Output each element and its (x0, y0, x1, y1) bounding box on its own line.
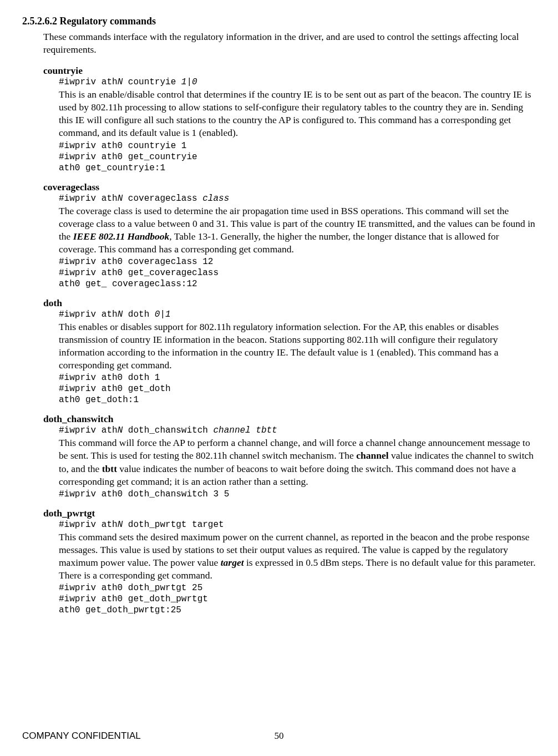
desc-bold: channel (356, 450, 388, 461)
desc-bold: tbtt (102, 463, 117, 474)
command-name: doth (43, 297, 536, 309)
syntax-text: coverageclass (123, 194, 202, 204)
syntax-text: doth_chanswitch (123, 425, 213, 435)
command-syntax: #iwpriv athN doth_pwrtgt target (59, 519, 536, 530)
command-doth-chanswitch: doth_chanswitch #iwpriv athN doth_chansw… (43, 413, 536, 499)
command-description: The coverage class is used to determine … (59, 205, 536, 256)
command-syntax: #iwpriv athN doth 0|1 (59, 309, 536, 320)
syntax-var-n: N (118, 520, 123, 530)
syntax-text: doth_pwrtgt target (123, 520, 224, 530)
syntax-text: #iwpriv ath (59, 309, 118, 319)
command-example: #iwpriv ath0 coverageclass 12 #iwpriv at… (59, 256, 536, 290)
command-body: #iwpriv athN countryie 1|0 This is an en… (59, 77, 536, 173)
command-coverageclass: coverageclass #iwpriv athN coverageclass… (43, 181, 536, 290)
footer-page-number: 50 (0, 730, 558, 742)
desc-emphasis: target (221, 557, 244, 568)
syntax-args: 0|1 (155, 309, 171, 319)
command-example: #iwpriv ath0 doth 1 #iwpriv ath0 get_dot… (59, 372, 536, 405)
section-intro: These commands interface with the regula… (43, 31, 536, 56)
command-description: This command sets the desired maximum po… (59, 531, 536, 582)
command-body: #iwpriv athN doth_pwrtgt target This com… (59, 519, 536, 616)
command-example: #iwpriv ath0 doth_pwrtgt 25 #iwpriv ath0… (59, 582, 536, 616)
syntax-text: countryie (123, 77, 181, 87)
command-syntax: #iwpriv athN countryie 1|0 (59, 77, 536, 88)
command-body: #iwpriv athN coverageclass class The cov… (59, 193, 536, 290)
syntax-text: #iwpriv ath (59, 520, 118, 530)
syntax-text: doth (123, 309, 155, 319)
syntax-var-n: N (118, 77, 123, 87)
command-doth: doth #iwpriv athN doth 0|1 This enables … (43, 297, 536, 405)
command-description: This enables or disables support for 802… (59, 321, 536, 372)
command-body: #iwpriv athN doth_chanswitch channel tbt… (59, 425, 536, 499)
syntax-args: class (202, 194, 229, 204)
desc-text: value indicates the number of beacons to… (59, 463, 516, 487)
syntax-var-n: N (118, 425, 123, 435)
syntax-var-n: N (118, 194, 123, 204)
command-example: #iwpriv ath0 countryie 1 #iwpriv ath0 ge… (59, 140, 536, 174)
syntax-text: #iwpriv ath (59, 194, 118, 204)
command-name: coverageclass (43, 181, 536, 193)
command-example: #iwpriv ath0 doth_chanswitch 3 5 (59, 489, 536, 500)
syntax-var-n: N (118, 309, 123, 319)
command-name: countryie (43, 65, 536, 77)
command-countryie: countryie #iwpriv athN countryie 1|0 Thi… (43, 65, 536, 173)
desc-emphasis: IEEE 802.11 Handbook (73, 231, 170, 242)
command-description: This command will force the AP to perfor… (59, 437, 536, 488)
command-syntax: #iwpriv athN doth_chanswitch channel tbt… (59, 425, 536, 436)
syntax-args: 1|0 (181, 77, 197, 87)
command-description: This is an enable/disable control that d… (59, 88, 536, 139)
command-body: #iwpriv athN doth 0|1 This enables or di… (59, 309, 536, 405)
section-title: 2.5.2.6.2 Regulatory commands (22, 16, 536, 27)
command-syntax: #iwpriv athN coverageclass class (59, 193, 536, 204)
syntax-args: channel tbtt (213, 425, 277, 435)
syntax-text: #iwpriv ath (59, 425, 118, 435)
command-name: doth_chanswitch (43, 413, 536, 425)
command-name: doth_pwrtgt (43, 508, 536, 519)
command-doth-pwrtgt: doth_pwrtgt #iwpriv athN doth_pwrtgt tar… (43, 508, 536, 616)
syntax-text: #iwpriv ath (59, 77, 118, 87)
